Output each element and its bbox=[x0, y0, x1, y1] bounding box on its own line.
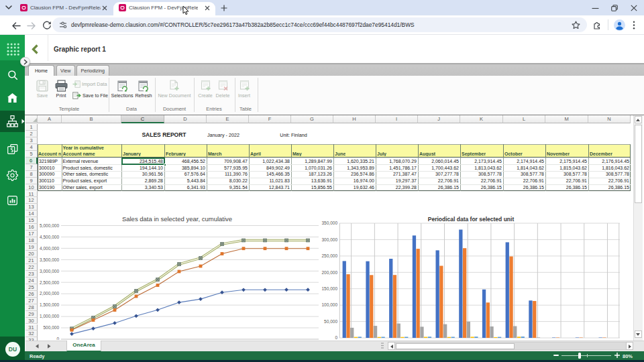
svg-text:0: 0 bbox=[335, 335, 337, 340]
svg-text:150,000: 150,000 bbox=[322, 286, 338, 291]
svg-text:100,000: 100,000 bbox=[322, 302, 338, 307]
svg-text:4,000,000: 4,000,000 bbox=[40, 246, 59, 251]
svg-text:50,000: 50,000 bbox=[324, 319, 337, 324]
svg-text:3,500,000: 3,500,000 bbox=[40, 257, 59, 262]
svg-text:Periodical data for selected u: Periodical data for selected unit bbox=[428, 216, 515, 223]
svg-text:2,000,000: 2,000,000 bbox=[40, 291, 59, 296]
svg-text:250,000: 250,000 bbox=[322, 253, 338, 258]
svg-text:5,000,000: 5,000,000 bbox=[40, 223, 59, 228]
svg-text:500,000: 500,000 bbox=[44, 325, 60, 330]
svg-text:1,500,000: 1,500,000 bbox=[40, 302, 59, 307]
svg-text:4,500,000: 4,500,000 bbox=[40, 235, 59, 239]
svg-text:0: 0 bbox=[56, 337, 59, 340]
svg-text:3,000,000: 3,000,000 bbox=[40, 269, 59, 274]
svg-text:Sales data in selected year, c: Sales data in selected year, cumulative bbox=[122, 215, 232, 223]
svg-text:200,000: 200,000 bbox=[322, 270, 338, 275]
svg-text:300,000: 300,000 bbox=[322, 237, 338, 242]
svg-text:350,000: 350,000 bbox=[322, 221, 338, 225]
svg-text:2,500,000: 2,500,000 bbox=[40, 280, 59, 285]
svg-text:1,000,000: 1,000,000 bbox=[40, 314, 59, 318]
